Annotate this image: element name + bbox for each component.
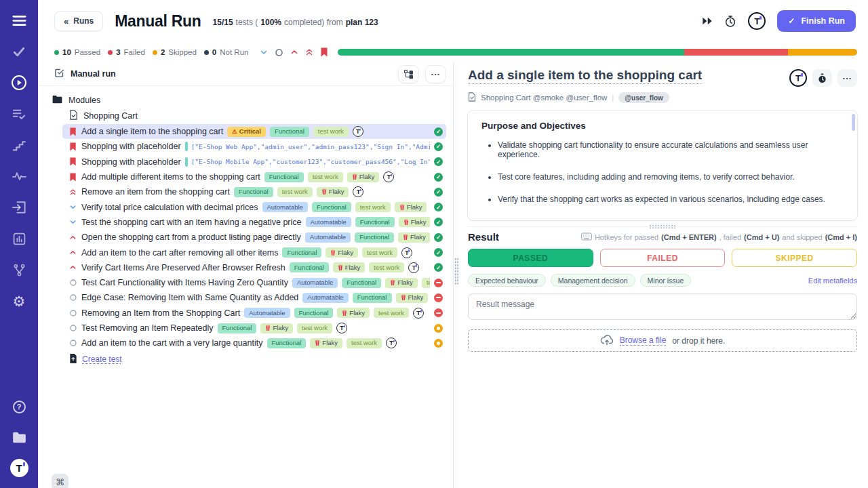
metafield-management-decision[interactable]: Management decision bbox=[551, 274, 635, 287]
testomat-logo-icon[interactable]: T bbox=[748, 12, 766, 30]
test-row[interactable]: Open the shopping cart from a product li… bbox=[62, 230, 446, 245]
plans-list-check-icon[interactable] bbox=[9, 105, 28, 123]
badge-critical: ⚠Critical bbox=[227, 127, 266, 137]
testomat-logo-icon: T bbox=[408, 262, 419, 273]
section-resizer-handle-icon[interactable] bbox=[649, 224, 676, 229]
popcorn-icon bbox=[330, 249, 336, 256]
test-title: Removing an Item from the Shopping Cart bbox=[81, 308, 240, 318]
filter-minor-icon[interactable] bbox=[260, 48, 268, 56]
test-row[interactable]: Add a single item to the shopping cart⚠C… bbox=[62, 124, 446, 139]
mark-failed-button[interactable]: FAILED bbox=[600, 249, 726, 267]
badge-functional: Functional bbox=[267, 338, 307, 348]
menu-icon[interactable] bbox=[9, 12, 28, 29]
mark-passed-button[interactable]: PASSED bbox=[468, 249, 593, 267]
modules-root[interactable]: Modules bbox=[38, 92, 453, 108]
cloud-upload-icon bbox=[600, 334, 614, 348]
test-row[interactable]: Add an item to the cart with a very larg… bbox=[62, 336, 446, 350]
popcorn-icon bbox=[265, 325, 271, 331]
help-icon[interactable]: ? bbox=[9, 398, 28, 415]
detail-more-button[interactable]: ... bbox=[837, 69, 857, 87]
status-passed-icon bbox=[434, 218, 443, 226]
priority-high-icon bbox=[68, 264, 77, 271]
panel-resizer[interactable] bbox=[453, 62, 458, 488]
filter-severe-icon[interactable] bbox=[305, 48, 313, 56]
tag-chip[interactable]: @user_flow bbox=[618, 92, 669, 103]
test-timer-button[interactable] bbox=[812, 69, 832, 87]
result-message-input[interactable] bbox=[468, 293, 857, 320]
badge-flaky: Flaky bbox=[347, 172, 380, 182]
test-row[interactable]: Test Cart Functionality with Items Havin… bbox=[62, 275, 446, 290]
test-row[interactable]: Remove an item from the shopping cartFun… bbox=[62, 184, 446, 199]
metafield-expected-behaviour[interactable]: Expected behaviour bbox=[468, 274, 546, 287]
test-row[interactable]: Shopping with placeholder["E-Shop Mobile… bbox=[62, 155, 446, 169]
suite-label: Shopping Cart bbox=[83, 111, 138, 121]
description-card: Purpose and Objectives Validate shopping… bbox=[468, 110, 857, 220]
mark-skipped-button[interactable]: SKIPPED bbox=[732, 249, 857, 267]
import-icon[interactable] bbox=[9, 199, 28, 216]
percent-completed: 100% bbox=[260, 18, 281, 27]
badge-testwork: test work bbox=[308, 172, 343, 182]
test-row[interactable]: Shopping with placeholder["E-Shop Web Ap… bbox=[62, 139, 446, 154]
branch-icon[interactable] bbox=[9, 261, 28, 279]
filter-normal-icon[interactable] bbox=[275, 48, 283, 57]
analytics-chart-icon[interactable] bbox=[9, 230, 28, 247]
settings-gear-icon[interactable]: ⚙ bbox=[9, 292, 28, 310]
badge-flaky: Flaky bbox=[326, 247, 358, 258]
priority-minor-icon bbox=[68, 218, 77, 226]
priority-blocker-icon bbox=[68, 173, 77, 182]
plan-name: plan 123 bbox=[346, 18, 378, 27]
test-row[interactable]: Test Removing an Item RepeatedlyFunction… bbox=[62, 321, 446, 336]
activity-pulse-icon[interactable] bbox=[9, 167, 28, 185]
suite-shopping-cart[interactable]: Shopping Cart bbox=[38, 108, 453, 124]
sidebar: ⚙ ? T bbox=[0, 0, 38, 488]
badge-testwork: test work bbox=[369, 262, 404, 272]
description-scrollbar[interactable] bbox=[852, 114, 855, 131]
badge-testwork: test work bbox=[297, 323, 332, 333]
status-passed-icon bbox=[434, 203, 443, 211]
metafield-minor-issue[interactable]: Minor issue bbox=[640, 274, 692, 287]
test-row[interactable]: Add multiple different items to the shop… bbox=[62, 169, 446, 184]
runs-play-icon[interactable] bbox=[9, 74, 28, 92]
run-timer-icon[interactable] bbox=[724, 15, 736, 28]
steps-icon[interactable] bbox=[9, 136, 28, 154]
test-row[interactable]: Add an item to the cart after removing a… bbox=[62, 245, 446, 260]
tests-check-icon[interactable] bbox=[9, 43, 28, 60]
badge-testwork: test work bbox=[347, 338, 382, 348]
finish-run-button[interactable]: ✓ Finish Run bbox=[777, 10, 856, 32]
badge-functional: Functional bbox=[290, 262, 329, 272]
filter-blocker-icon[interactable] bbox=[320, 47, 328, 57]
testomat-logo-icon: T bbox=[386, 338, 397, 348]
command-palette-button[interactable]: ⌘ bbox=[52, 474, 68, 488]
tree-view-button[interactable] bbox=[398, 65, 419, 83]
badge-flaky: Flaky bbox=[310, 338, 342, 348]
tree-more-button[interactable]: ... bbox=[425, 65, 446, 83]
browse-file-link[interactable]: Browse a file bbox=[620, 336, 667, 346]
back-to-runs-button[interactable]: « Runs bbox=[54, 11, 103, 31]
create-test-link[interactable]: Create test bbox=[82, 354, 122, 364]
passed-dot-icon bbox=[54, 50, 59, 55]
test-detail-title[interactable]: Add a single item to the shopping cart bbox=[468, 68, 702, 83]
test-title: Shopping with placeholder bbox=[81, 157, 181, 167]
fast-forward-icon[interactable] bbox=[702, 16, 713, 26]
testomat-logo-icon[interactable]: T bbox=[789, 69, 807, 87]
test-row[interactable]: Test the shopping cart with an item havi… bbox=[62, 215, 446, 230]
test-row[interactable]: Edge Case: Removing Item with Same Quant… bbox=[62, 290, 446, 305]
hotkeys-hint: Hotkeys for passed(Cmd + ENTER) , failed… bbox=[581, 232, 857, 242]
popcorn-icon bbox=[401, 294, 406, 301]
test-row[interactable]: Verify total price calculation with deci… bbox=[62, 199, 446, 214]
add-file-icon bbox=[69, 354, 77, 365]
testomat-logo-icon[interactable]: T bbox=[10, 459, 28, 477]
file-dropzone[interactable]: Browse a file or drop it here. bbox=[468, 329, 857, 352]
filter-high-icon[interactable] bbox=[290, 48, 298, 56]
test-row[interactable]: Verify Cart Items Are Preserved After Br… bbox=[62, 260, 446, 275]
projects-folder-icon[interactable] bbox=[9, 428, 28, 446]
back-chevrons-icon: « bbox=[64, 16, 68, 26]
popcorn-icon bbox=[403, 234, 408, 241]
main-area: « Runs Manual Run 15/15 tests ( 100% com… bbox=[38, 0, 868, 488]
edit-metafields-link[interactable]: Edit metafields bbox=[808, 277, 857, 285]
test-row[interactable]: Removing an Item from the Shopping CartA… bbox=[62, 306, 446, 321]
result-section: Result Hotkeys for passed(Cmd + ENTER) ,… bbox=[468, 226, 857, 352]
bullet-item: Test core features, including adding and… bbox=[498, 172, 844, 182]
popcorn-icon bbox=[399, 204, 405, 211]
priority-high-icon bbox=[68, 249, 77, 256]
